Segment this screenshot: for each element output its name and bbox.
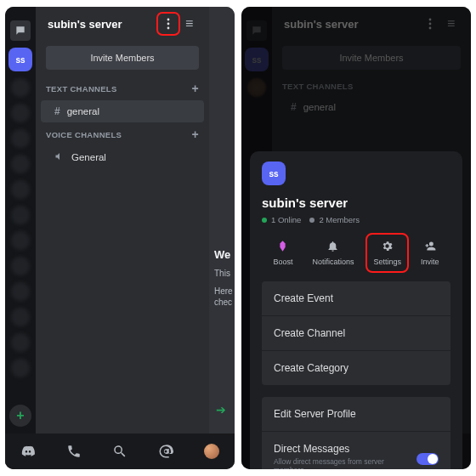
online-dot-icon (262, 218, 267, 223)
boost-button[interactable]: Boost (269, 236, 297, 269)
bottom-tabs (5, 434, 235, 469)
peek-text: This (214, 268, 235, 279)
server-name: subin's server (262, 196, 450, 210)
server-blob[interactable] (11, 206, 30, 224)
edit-server-profile-row[interactable]: Edit Server Profile (262, 397, 450, 432)
server-blob[interactable] (11, 333, 30, 352)
server-rail: ss + (5, 7, 36, 469)
server-blob[interactable] (11, 155, 30, 173)
dm-toggle[interactable] (416, 453, 439, 465)
action-label: Boost (273, 258, 292, 266)
server-blob[interactable] (11, 257, 30, 275)
options-block: Edit Server Profile Direct Messages Allo… (262, 397, 450, 469)
server-channels-screen: ss + subin's server ≡ Invite Member (5, 7, 235, 469)
server-blob[interactable] (11, 78, 30, 97)
speaker-icon (54, 151, 65, 163)
text-channels-header[interactable]: TEXT CHANNELS+ (36, 76, 209, 100)
add-channel-icon[interactable]: + (192, 128, 199, 141)
channel-label: General (71, 152, 106, 162)
server-status: 1 Online 2 Members (262, 215, 450, 224)
add-server-button[interactable]: + (9, 405, 31, 427)
action-label: Invite (421, 258, 439, 266)
tab-search-icon[interactable] (112, 444, 128, 459)
create-category-row[interactable]: Create Category (262, 351, 450, 385)
peek-text: Here (214, 286, 235, 297)
svg-point-0 (167, 19, 170, 21)
hash-icon: # (54, 105, 60, 117)
notifications-button[interactable]: Notifications (308, 236, 358, 269)
tab-avatar[interactable] (204, 444, 219, 459)
add-channel-icon[interactable]: + (192, 82, 199, 95)
server-blob[interactable] (11, 129, 30, 148)
invite-members-button[interactable]: Invite Members (46, 46, 199, 70)
peek-title: We (214, 248, 235, 261)
svg-point-2 (167, 27, 170, 30)
settings-button[interactable]: Settings (369, 236, 405, 269)
invite-button[interactable]: Invite (416, 236, 444, 269)
member-list-icon[interactable]: ≡ (185, 16, 201, 31)
server-blob[interactable] (11, 180, 30, 199)
server-menu-button[interactable] (160, 15, 177, 32)
server-icon: ss (262, 162, 286, 185)
tab-discord-icon[interactable] (20, 444, 36, 459)
tab-mentions-icon[interactable] (158, 444, 173, 459)
create-event-row[interactable]: Create Event (262, 281, 450, 316)
action-label: Notifications (312, 258, 354, 266)
option-subtitle: Allow direct messages from server member… (274, 457, 408, 469)
voice-channel[interactable]: General (41, 146, 204, 168)
peek-text: chec (214, 297, 235, 308)
server-blob[interactable] (11, 359, 30, 377)
voice-channels-header[interactable]: VOICE CHANNELS+ (36, 122, 209, 146)
option-title: Direct Messages (274, 443, 408, 455)
server-blob[interactable] (11, 104, 30, 122)
action-label: Settings (373, 258, 401, 266)
channel-label: general (67, 106, 99, 116)
server-blob[interactable] (11, 282, 30, 301)
server-sheet: ss subin's server 1 Online 2 Members Boo… (250, 151, 462, 469)
text-channel[interactable]: # general (41, 100, 204, 122)
dm-button[interactable] (10, 20, 31, 41)
server-icon[interactable]: ss (8, 48, 32, 71)
server-blob[interactable] (11, 231, 30, 250)
server-title: subin's server (48, 18, 160, 31)
server-blob[interactable] (11, 308, 30, 326)
send-arrow-icon[interactable]: ➔ (216, 403, 226, 416)
member-dot-icon (309, 218, 314, 223)
svg-point-1 (167, 23, 170, 26)
create-block: Create Event Create Channel Create Categ… (262, 281, 450, 385)
create-channel-row[interactable]: Create Channel (262, 316, 450, 351)
server-menu-sheet-screen: ss subin's server ≡ Invite Members TEXT … (241, 7, 471, 469)
channel-list: subin's server ≡ Invite Members TEXT CHA… (36, 7, 209, 434)
channel-peek: We This Here chec ➔ (209, 7, 235, 434)
tab-calls-icon[interactable] (66, 444, 82, 459)
direct-messages-row[interactable]: Direct Messages Allow direct messages fr… (262, 432, 450, 469)
